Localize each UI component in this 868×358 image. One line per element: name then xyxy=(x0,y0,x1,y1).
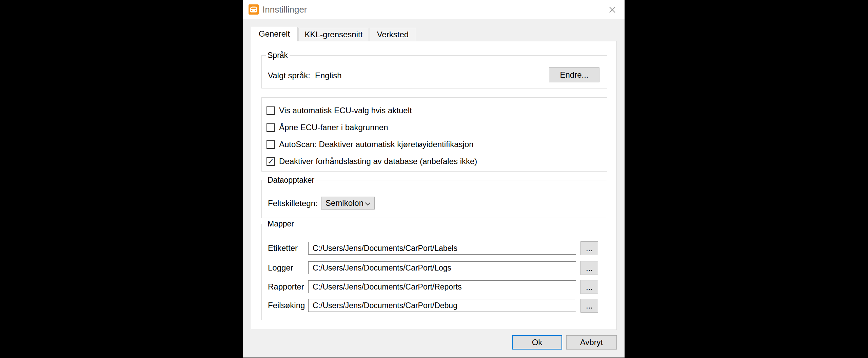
language-group-legend: Språk xyxy=(266,51,290,60)
labels-folder-label: Etiketter xyxy=(268,243,298,253)
checkbox-unchecked[interactable] xyxy=(267,123,275,132)
tab-generelt[interactable]: Generelt xyxy=(251,27,298,41)
labels-folder-input[interactable] xyxy=(308,242,576,255)
logs-browse-button[interactable]: ... xyxy=(580,261,598,275)
cancel-button[interactable]: Avbryt xyxy=(566,335,617,350)
tab-verksted[interactable]: Verksted xyxy=(370,28,416,41)
selected-language-label: Valgt språk: xyxy=(268,71,310,80)
labels-browse-button[interactable]: ... xyxy=(580,241,598,255)
logs-folder-label: Logger xyxy=(268,263,293,273)
datalogger-group-legend: Dataopptaker xyxy=(266,176,316,185)
chevron-down-icon xyxy=(365,200,371,206)
ok-button[interactable]: Ok xyxy=(512,335,562,350)
title-bar: Innstillinger xyxy=(243,0,625,19)
checkbox-row-ecu-faner[interactable]: Åpne ECU-faner i bakgrunnen xyxy=(267,122,388,133)
checkbox-label: Vis automatisk ECU-valg hvis aktuelt xyxy=(279,106,412,115)
reports-folder-label: Rapporter xyxy=(268,282,304,292)
window-title: Innstillinger xyxy=(262,0,307,19)
checkbox-unchecked[interactable] xyxy=(267,106,275,115)
checkbox-row-forhandslasting[interactable]: ✓ Deaktiver forhåndslasting av database … xyxy=(267,156,477,166)
debug-folder-label: Feilsøking xyxy=(268,300,305,311)
debug-browse-button[interactable]: ... xyxy=(580,299,598,313)
checkbox-label: Deaktiver forhåndslasting av database (a… xyxy=(279,157,477,166)
desktop-background: { "window": { "title": "Innstillinger", … xyxy=(0,0,868,358)
selected-language-value: English xyxy=(315,71,342,80)
checkbox-label: AutoScan: Deaktiver automatisk kjøretøyi… xyxy=(279,140,474,149)
tab-kkl-grensesnitt[interactable]: KKL-grensesnitt xyxy=(298,28,369,41)
logs-folder-input[interactable] xyxy=(308,261,576,274)
field-separator-label: Feltskilletegn: xyxy=(268,198,318,208)
options-group: Vis automatisk ECU-valg hvis aktuelt Åpn… xyxy=(261,97,607,172)
car-icon xyxy=(249,4,259,15)
checkbox-label: Åpne ECU-faner i bakgrunnen xyxy=(279,123,388,132)
close-icon[interactable] xyxy=(607,4,618,15)
debug-folder-input[interactable] xyxy=(308,299,576,312)
field-separator-dropdown[interactable]: Semikolon xyxy=(321,197,375,210)
field-separator-value: Semikolon xyxy=(326,198,363,208)
change-language-button[interactable]: Endre... xyxy=(549,67,599,82)
settings-dialog: Innstillinger Generelt KKL-grensesnitt V… xyxy=(243,0,625,358)
reports-folder-input[interactable] xyxy=(308,280,576,293)
tab-page-generelt: Språk Valgt språk: English Endre... Vis … xyxy=(251,41,617,330)
folders-group: Mapper Etiketter ... Logger ... Rapporte… xyxy=(261,224,607,320)
selected-language-row: Valgt språk: English xyxy=(268,71,342,81)
checkbox-row-ecu-valg[interactable]: Vis automatisk ECU-valg hvis aktuelt xyxy=(267,105,412,116)
checkbox-row-autoscan[interactable]: AutoScan: Deaktiver automatisk kjøretøyi… xyxy=(267,139,474,150)
checkbox-checked check-icon[interactable]: ✓ xyxy=(267,157,275,166)
folders-group-legend: Mapper xyxy=(266,219,296,228)
datalogger-group: Dataopptaker Feltskilletegn: Semikolon xyxy=(261,180,607,218)
reports-browse-button[interactable]: ... xyxy=(580,280,598,294)
checkbox-unchecked[interactable] xyxy=(267,140,275,149)
language-group: Språk Valgt språk: English Endre... xyxy=(261,55,607,88)
